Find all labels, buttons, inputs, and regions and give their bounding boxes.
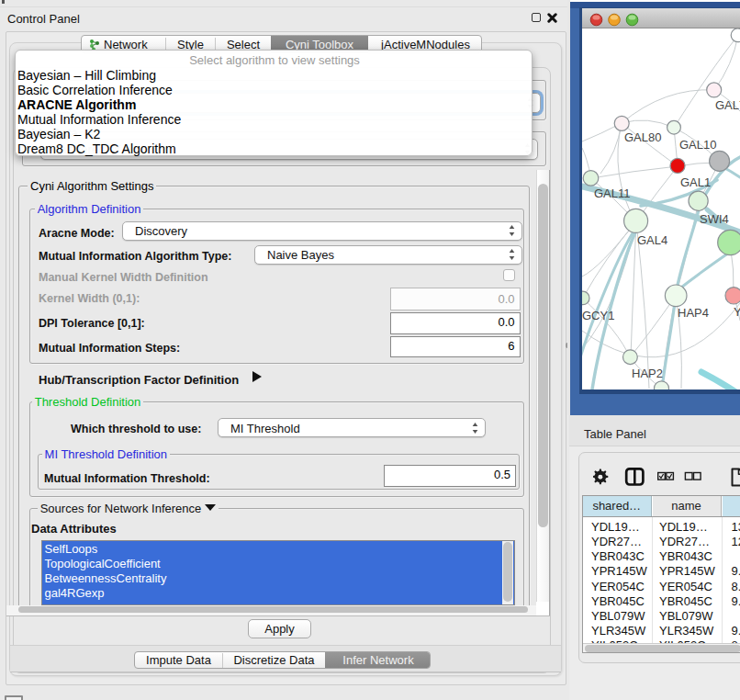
svg-text:GAL10: GAL10 [679, 138, 716, 152]
svg-text:GAL11: GAL11 [594, 186, 631, 200]
svg-text:YJ: YJ [734, 305, 740, 319]
svg-text:GCY1: GCY1 [582, 309, 614, 322]
svg-text:HAP2: HAP2 [632, 367, 663, 380]
svg-text:GAL7: GAL7 [715, 98, 740, 112]
svg-text:GAL80: GAL80 [624, 130, 661, 144]
svg-text:GAL4: GAL4 [637, 233, 667, 247]
svg-text:GAL1: GAL1 [680, 175, 711, 189]
svg-text:SWI4: SWI4 [700, 212, 729, 226]
svg-text:HAP4: HAP4 [678, 306, 709, 320]
